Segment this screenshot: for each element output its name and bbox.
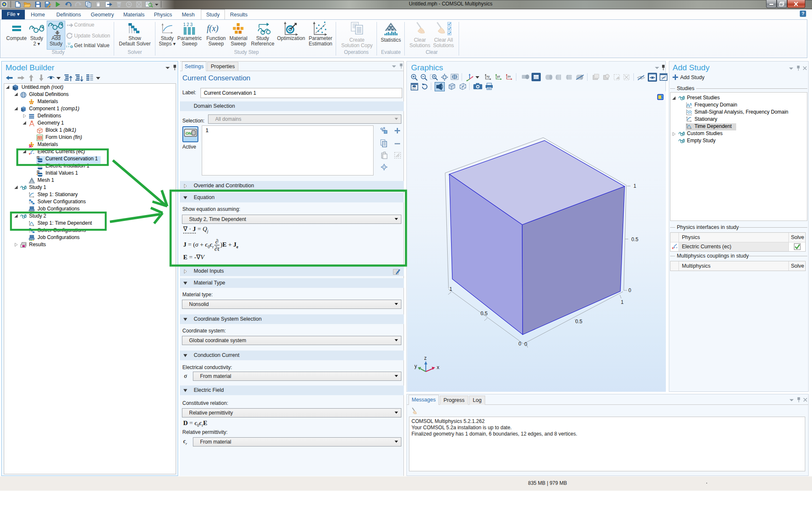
svg-text:1: 1 <box>449 286 452 292</box>
svg-text:0: 0 <box>524 341 527 347</box>
svg-text:1: 1 <box>633 183 636 189</box>
svg-text:1: 1 <box>621 299 624 305</box>
svg-text:t: t <box>66 45 67 48</box>
svg-text:+: + <box>672 246 674 250</box>
svg-text:0.5: 0.5 <box>481 311 488 316</box>
svg-text:-: - <box>33 151 34 155</box>
svg-text:ON: ON <box>185 131 191 136</box>
svg-text:-: - <box>676 245 677 250</box>
svg-text:y: y <box>414 363 417 369</box>
svg-text:=: = <box>68 45 69 48</box>
svg-text:1 2 3: 1 2 3 <box>183 22 193 27</box>
svg-text:yz: yz <box>497 74 500 78</box>
svg-text:0: 0 <box>628 287 631 293</box>
svg-text:0.5: 0.5 <box>575 319 582 324</box>
svg-text:x: x <box>437 364 439 370</box>
svg-text:z: z <box>424 355 427 361</box>
svg-text:zx: zx <box>508 74 511 78</box>
svg-text:0.5: 0.5 <box>631 237 638 242</box>
svg-text:xy: xy <box>486 74 490 78</box>
svg-text:0: 0 <box>518 341 521 347</box>
svg-text:+: + <box>29 152 31 155</box>
